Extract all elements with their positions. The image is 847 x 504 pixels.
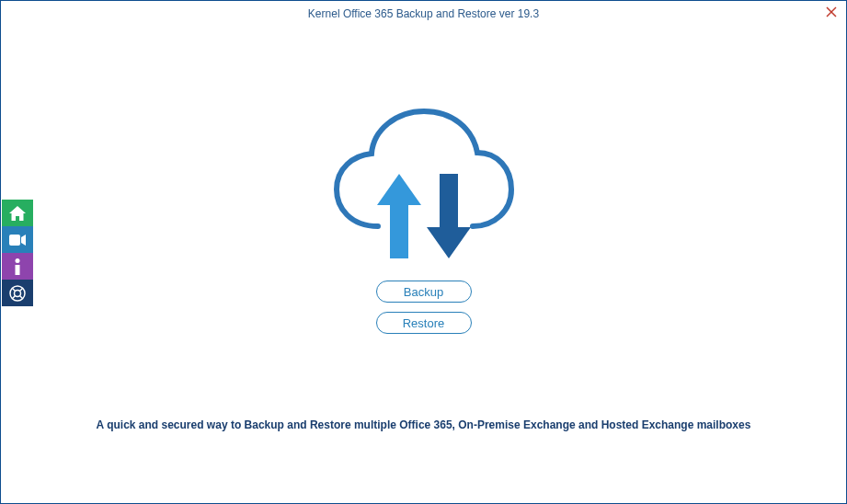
backup-button-label: Backup <box>404 285 443 299</box>
footer-description: A quick and secured way to Backup and Re… <box>1 418 846 431</box>
restore-button-label: Restore <box>403 316 445 330</box>
window-title: Kernel Office 365 Backup and Restore ver… <box>308 7 539 20</box>
titlebar: Kernel Office 365 Backup and Restore ver… <box>1 1 846 27</box>
close-button[interactable] <box>826 6 837 20</box>
close-icon <box>826 6 837 17</box>
cloud-graphic <box>327 102 521 268</box>
restore-button[interactable]: Restore <box>376 312 472 334</box>
main-content: Backup Restore <box>1 102 846 343</box>
backup-button[interactable]: Backup <box>376 281 472 303</box>
